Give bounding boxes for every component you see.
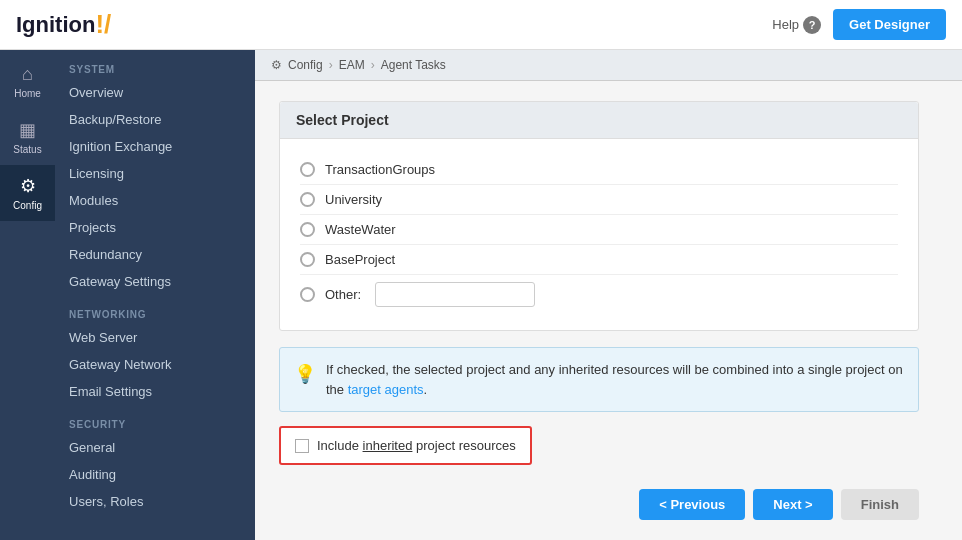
nav-redundancy[interactable]: Redundancy <box>55 241 255 268</box>
sidebar-item-status[interactable]: ▦ Status <box>0 109 55 165</box>
nav-ignition-exchange[interactable]: Ignition Exchange <box>55 133 255 160</box>
nav-modules[interactable]: Modules <box>55 187 255 214</box>
logo-text: Ignition <box>16 12 95 38</box>
radio-baseproject[interactable] <box>300 252 315 267</box>
footer-buttons: < Previous Next > Finish <box>279 489 919 520</box>
nav-projects[interactable]: Projects <box>55 214 255 241</box>
radio-wastewater[interactable] <box>300 222 315 237</box>
checkbox-section: Include inherited project resources <box>279 426 919 465</box>
radio-transactiongroups[interactable] <box>300 162 315 177</box>
radio-label-baseproject: BaseProject <box>325 252 395 267</box>
nav-gateway-settings[interactable]: Gateway Settings <box>55 268 255 295</box>
status-icon: ▦ <box>19 119 36 141</box>
breadcrumb-sep-1: › <box>329 58 333 72</box>
nav-general[interactable]: General <box>55 434 255 461</box>
card-body: TransactionGroups University WasteWater … <box>280 139 918 330</box>
inherit-checkbox-box: Include inherited project resources <box>279 426 532 465</box>
status-label: Status <box>13 144 41 155</box>
info-text: If checked, the selected project and any… <box>326 360 904 399</box>
section-title-security: SECURITY <box>55 405 255 434</box>
radio-row-wastewater: WasteWater <box>300 215 898 245</box>
topbar: Ignition !/ Help ? Get Designer <box>0 0 962 50</box>
nav-licensing[interactable]: Licensing <box>55 160 255 187</box>
radio-row-transactiongroups: TransactionGroups <box>300 155 898 185</box>
target-agents-link: target agents <box>348 382 424 397</box>
nav-auditing[interactable]: Auditing <box>55 461 255 488</box>
radio-other[interactable] <box>300 287 315 302</box>
radio-row-baseproject: BaseProject <box>300 245 898 275</box>
select-project-card: Select Project TransactionGroups Univers… <box>279 101 919 331</box>
info-box: 💡 If checked, the selected project and a… <box>279 347 919 412</box>
nav-email-settings[interactable]: Email Settings <box>55 378 255 405</box>
home-label: Home <box>14 88 41 99</box>
radio-label-wastewater: WasteWater <box>325 222 396 237</box>
sidebar-item-home[interactable]: ⌂ Home <box>0 54 55 109</box>
nav-overview[interactable]: Overview <box>55 79 255 106</box>
section-title-networking: NETWORKING <box>55 295 255 324</box>
nav-backup-restore[interactable]: Backup/Restore <box>55 106 255 133</box>
breadcrumb-config: Config <box>288 58 323 72</box>
icon-sidebar: ⌂ Home ▦ Status ⚙ Config <box>0 50 55 540</box>
radio-label-transactiongroups: TransactionGroups <box>325 162 435 177</box>
help-label: Help <box>772 17 799 32</box>
radio-label-other: Other: <box>325 287 361 302</box>
nav-gateway-network[interactable]: Gateway Network <box>55 351 255 378</box>
content-body: Select Project TransactionGroups Univers… <box>255 81 962 540</box>
config-breadcrumb-icon: ⚙ <box>271 58 282 72</box>
radio-university[interactable] <box>300 192 315 207</box>
inherit-label: Include inherited project resources <box>317 438 516 453</box>
home-icon: ⌂ <box>22 64 33 85</box>
content-area: ⚙ Config › EAM › Agent Tasks Select Proj… <box>255 50 962 540</box>
nav-sidebar: SYSTEM Overview Backup/Restore Ignition … <box>55 50 255 540</box>
main-layout: ⌂ Home ▦ Status ⚙ Config SYSTEM Overview… <box>0 50 962 540</box>
other-input[interactable] <box>375 282 535 307</box>
finish-button[interactable]: Finish <box>841 489 919 520</box>
breadcrumb-eam: EAM <box>339 58 365 72</box>
breadcrumb-sep-2: › <box>371 58 375 72</box>
config-icon: ⚙ <box>20 175 36 197</box>
inherit-checkbox[interactable] <box>295 439 309 453</box>
bulb-icon: 💡 <box>294 361 316 399</box>
radio-row-other: Other: <box>300 275 898 314</box>
help-button[interactable]: Help ? <box>772 16 821 34</box>
help-icon: ? <box>803 16 821 34</box>
logo: Ignition !/ <box>16 9 111 40</box>
config-label: Config <box>13 200 42 211</box>
card-header: Select Project <box>280 102 918 139</box>
get-designer-button[interactable]: Get Designer <box>833 9 946 40</box>
breadcrumb: ⚙ Config › EAM › Agent Tasks <box>255 50 962 81</box>
nav-users-roles[interactable]: Users, Roles <box>55 488 255 515</box>
topbar-right: Help ? Get Designer <box>772 9 946 40</box>
sidebar-item-config[interactable]: ⚙ Config <box>0 165 55 221</box>
previous-button[interactable]: < Previous <box>639 489 745 520</box>
radio-row-university: University <box>300 185 898 215</box>
breadcrumb-agent-tasks: Agent Tasks <box>381 58 446 72</box>
nav-web-server[interactable]: Web Server <box>55 324 255 351</box>
logo-slash: !/ <box>95 9 111 40</box>
inherited-underline: inherited <box>363 438 413 453</box>
radio-label-university: University <box>325 192 382 207</box>
next-button[interactable]: Next > <box>753 489 832 520</box>
section-title-system: SYSTEM <box>55 50 255 79</box>
